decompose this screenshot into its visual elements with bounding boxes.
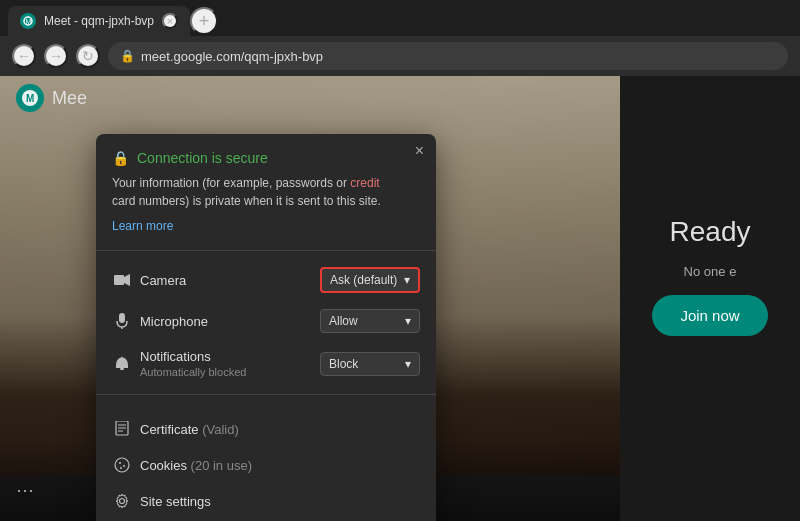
mic-chevron-icon: ▾ — [405, 314, 411, 328]
ready-text: Ready — [670, 216, 751, 248]
svg-point-17 — [120, 499, 125, 504]
notif-select[interactable]: Block ▾ — [320, 352, 420, 376]
microphone-permission-row: Microphone Allow ▾ — [96, 301, 436, 341]
camera-chevron-icon: ▾ — [404, 273, 410, 287]
site-settings-label: Site settings — [140, 494, 211, 509]
mic-permission-icon — [112, 311, 132, 331]
back-button[interactable]: ← — [12, 44, 36, 68]
cookies-count: (20 in use) — [191, 458, 252, 473]
cookies-icon — [112, 455, 132, 475]
address-bar: ← → ↻ 🔒 meet.google.com/qqm-jpxh-bvp — [0, 36, 800, 76]
main-area: M Mee Ready No one e Join now ⋯ 🎤 ⬛ ⋮ × … — [0, 76, 800, 521]
no-one-text: No one e — [684, 264, 737, 279]
notifications-permission-row: Notifications Automatically blocked Bloc… — [96, 341, 436, 386]
svg-marker-5 — [124, 274, 130, 286]
url-bar[interactable]: 🔒 meet.google.com/qqm-jpxh-bvp — [108, 42, 788, 70]
popup-footer: Certificate (Valid) Cookies (20 in use) — [96, 403, 436, 521]
secure-row: 🔒 Connection is secure — [112, 150, 420, 166]
divider-2 — [96, 394, 436, 395]
tab-title: Meet - qqm-jpxh-bvp — [44, 14, 154, 28]
svg-rect-6 — [119, 313, 125, 323]
browser-chrome: M Meet - qqm-jpxh-bvp × + ← → ↻ 🔒 meet.g… — [0, 0, 800, 76]
notif-select-value: Block — [329, 357, 358, 371]
cookies-label: Cookies (20 in use) — [140, 458, 252, 473]
meet-title: Mee — [52, 88, 87, 109]
mic-label: Microphone — [140, 314, 312, 329]
mic-select-value: Allow — [329, 314, 358, 328]
svg-text:M: M — [26, 18, 32, 25]
secure-title: Connection is secure — [137, 150, 268, 166]
site-settings-item[interactable]: Site settings — [112, 483, 420, 519]
camera-select-value: Ask (default) — [330, 273, 397, 287]
camera-permission-icon — [112, 270, 132, 290]
certificate-item[interactable]: Certificate (Valid) — [112, 411, 420, 447]
security-popup: × 🔒 Connection is secure Your informatio… — [96, 134, 436, 521]
refresh-button[interactable]: ↻ — [76, 44, 100, 68]
tab-bar: M Meet - qqm-jpxh-bvp × + — [0, 0, 800, 36]
popup-desc: Your information (for example, passwords… — [112, 174, 420, 210]
camera-permission-row: Camera Ask (default) ▾ — [96, 259, 436, 301]
popup-header: 🔒 Connection is secure Your information … — [96, 134, 436, 242]
certificate-label: Certificate (Valid) — [140, 422, 239, 437]
svg-point-15 — [123, 465, 125, 467]
join-now-button[interactable]: Join now — [652, 295, 767, 336]
svg-point-13 — [115, 458, 129, 472]
svg-text:M: M — [26, 93, 34, 104]
right-panel: Ready No one e Join now — [620, 76, 800, 476]
tab-favicon: M — [20, 13, 36, 29]
notif-sub-label: Automatically blocked — [140, 366, 312, 378]
lock-icon: 🔒 — [120, 49, 135, 63]
mic-select[interactable]: Allow ▾ — [320, 309, 420, 333]
svg-point-16 — [120, 467, 122, 469]
camera-select[interactable]: Ask (default) ▾ — [320, 267, 420, 293]
forward-button[interactable]: → — [44, 44, 68, 68]
svg-rect-8 — [120, 368, 124, 370]
svg-point-14 — [119, 462, 121, 464]
notif-chevron-icon: ▾ — [405, 357, 411, 371]
settings-icon — [112, 491, 132, 511]
learn-more-link[interactable]: Learn more — [112, 219, 173, 233]
url-text: meet.google.com/qqm-jpxh-bvp — [141, 49, 323, 64]
camera-label: Camera — [140, 273, 312, 288]
active-tab[interactable]: M Meet - qqm-jpxh-bvp × — [8, 6, 190, 36]
new-tab-button[interactable]: + — [190, 7, 218, 35]
meet-logo: M — [16, 84, 44, 112]
certificate-icon — [112, 419, 132, 439]
divider-1 — [96, 250, 436, 251]
certificate-status: (Valid) — [202, 422, 239, 437]
tab-close-button[interactable]: × — [162, 13, 178, 29]
three-dots-left-icon[interactable]: ⋯ — [16, 479, 36, 501]
svg-rect-4 — [114, 275, 124, 285]
notif-label: Notifications Automatically blocked — [140, 349, 312, 378]
cookies-item[interactable]: Cookies (20 in use) — [112, 447, 420, 483]
secure-icon: 🔒 — [112, 150, 129, 166]
popup-close-button[interactable]: × — [415, 142, 424, 160]
notif-permission-icon — [112, 354, 132, 374]
